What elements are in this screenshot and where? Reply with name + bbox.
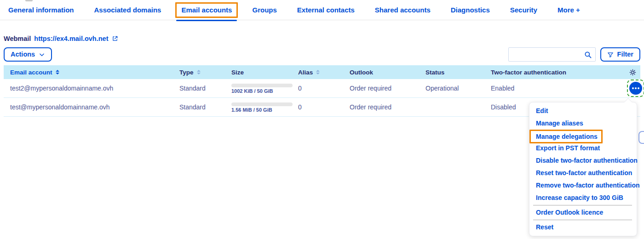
chevron-down-icon [39,51,45,58]
column-header-twofactor-label: Two-factor authentication [491,69,566,76]
webmail-row: Webmail https://ex4.mail.ovh.net [4,35,118,42]
tab-more[interactable]: More + [558,6,580,14]
quota-usage-label: 1.56 MiB / 50 GiB [231,108,295,113]
tab-groups[interactable]: Groups [252,6,276,14]
menu-item-reset[interactable]: Reset [529,221,637,233]
cell-outlook: Order required [347,103,423,111]
tab-email-accounts-wrap: Email accounts [175,2,238,18]
column-header-alias-label: Alias [298,69,313,76]
column-header-email-account[interactable]: Email account [4,69,177,76]
clipped-pagination-button[interactable] [638,131,644,144]
tab-bar: General information Associated domains E… [0,0,644,20]
tab-security[interactable]: Security [510,6,537,14]
cell-email: test@mypersonaldomainname.ovh [4,103,177,111]
active-tab-underline [176,20,237,21]
column-header-outlook: Outlook [347,69,423,76]
tab-diagnostics[interactable]: Diagnostics [451,6,490,14]
focus-ring [627,80,644,97]
menu-item-manage-delegations-row: Manage delegations [529,130,637,142]
menu-item-reset-2fa[interactable]: Reset two-factor authentication [529,167,637,179]
filter-button-label: Filter [617,51,633,58]
sort-icon-email[interactable] [56,70,59,74]
table-row: test2@mypersonaldomainname.ovh Standard … [4,79,640,98]
row-actions-ellipsis-button[interactable] [629,82,642,95]
menu-item-manage-aliases[interactable]: Manage aliases [529,117,637,130]
tab-general-information[interactable]: General information [8,6,74,14]
menu-separator [533,205,632,205]
cell-status: Operational [423,85,488,92]
cell-type: Standard [177,103,229,111]
table-header-row: Email account Type Size Alias Outlook St… [4,65,640,79]
column-header-size-label: Size [231,69,244,76]
cell-row-actions [624,80,644,97]
menu-item-increase-capacity[interactable]: Increase capacity to 300 GiB [529,192,637,204]
annotation-box-menu: Manage delegations [529,130,603,143]
menu-item-remove-2fa[interactable]: Remove two-factor authentication [529,179,637,192]
menu-item-disable-2fa[interactable]: Disable two-factor authentication [529,154,637,167]
cell-type: Standard [177,85,229,92]
search-input[interactable] [509,48,610,61]
table-settings-gear-icon[interactable] [624,69,640,76]
cell-twofactor: Enabled [488,85,624,92]
search-box [508,47,596,62]
cell-email: test2@mypersonaldomainname.ovh [4,85,177,92]
column-header-email-label: Email account [10,69,52,76]
toolbar-right: Filter [508,47,640,62]
cell-size: 1002 KiB / 50 GiB [229,83,295,94]
column-header-status-label: Status [426,69,444,76]
column-header-size: Size [229,69,295,76]
actions-button-label: Actions [11,51,35,58]
menu-separator [533,220,632,220]
menu-item-manage-delegations[interactable]: Manage delegations [536,133,598,140]
row-actions-context-menu: Edit Manage aliases Manage delegations E… [529,102,637,236]
menu-item-export-pst[interactable]: Export in PST format [529,142,637,154]
cell-outlook: Order required [347,85,423,92]
cell-size: 1.56 MiB / 50 GiB [229,102,295,113]
column-header-outlook-label: Outlook [350,69,373,76]
column-header-type[interactable]: Type [177,69,229,76]
tab-associated-domains[interactable]: Associated domains [94,6,161,14]
column-header-status: Status [423,69,488,76]
menu-item-order-outlook-licence[interactable]: Order Outlook licence [529,206,637,219]
tab-shared-accounts[interactable]: Shared accounts [375,6,431,14]
quota-progress-bar [231,84,293,87]
external-link-icon[interactable] [112,35,118,42]
search-icon[interactable] [584,51,592,59]
sort-icon-alias[interactable] [316,70,320,74]
menu-item-edit[interactable]: Edit [529,105,637,117]
webmail-link[interactable]: https://ex4.mail.ovh.net [34,35,108,42]
column-header-twofactor: Two-factor authentication [488,69,624,76]
toolbar: Actions Filter [4,47,640,62]
cell-alias: 0 [295,103,347,111]
quota-usage-label: 1002 KiB / 50 GiB [231,89,295,94]
webmail-label: Webmail [4,35,31,42]
sort-icon-type[interactable] [197,70,201,74]
actions-button[interactable]: Actions [4,47,52,62]
tab-email-accounts[interactable]: Email accounts [181,6,232,14]
annotation-box-tab: Email accounts [175,2,238,18]
tab-external-contacts[interactable]: External contacts [297,6,355,14]
quota-progress-bar [231,102,293,106]
column-header-type-label: Type [179,69,194,76]
cell-alias: 0 [295,85,347,92]
column-header-alias[interactable]: Alias [295,69,347,76]
